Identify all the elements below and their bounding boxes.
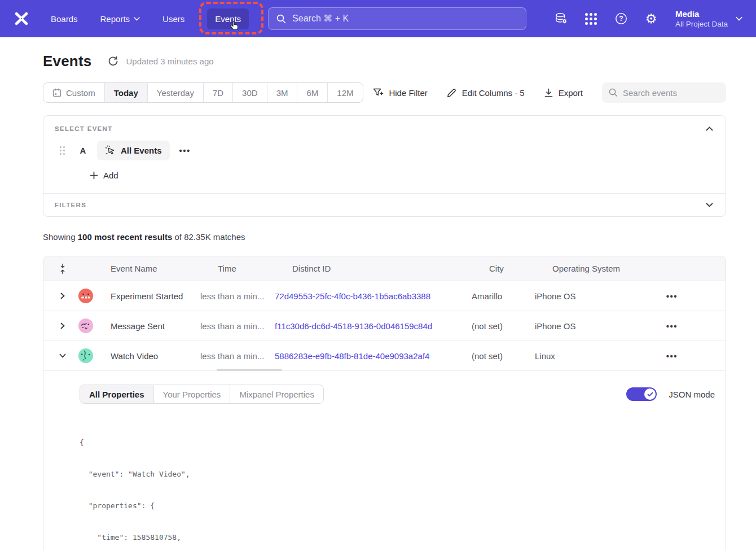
cell-distinct-id-link[interactable]: 5886283e-e9fb-48fb-81de-40e9093a2af4 <box>275 351 472 361</box>
sort-icon[interactable] <box>57 263 68 274</box>
search-icon <box>609 88 618 97</box>
filters-label: FILTERS <box>55 202 86 208</box>
funnel-plus-icon <box>373 88 384 98</box>
cell-os: iPhone OS <box>535 291 636 301</box>
project-selector[interactable]: Media All Project Data <box>675 8 742 29</box>
json-mode-label: JSON mode <box>669 390 715 399</box>
json-line: { <box>80 438 715 448</box>
cell-distinct-id-link[interactable]: f11c30d6-dc6d-4518-9136-0d046159c84d <box>275 321 472 331</box>
edit-columns-button[interactable]: Edit Columns · 5 <box>447 88 525 98</box>
date-option-today[interactable]: Today <box>104 83 147 102</box>
summary-suffix: of 82.35K matches <box>172 232 245 242</box>
properties-tabs: All Properties Your Properties Mixpanel … <box>80 385 324 404</box>
drag-handle-icon[interactable] <box>60 146 65 155</box>
tab-all-properties[interactable]: All Properties <box>80 385 153 403</box>
project-name: Media <box>675 8 728 19</box>
column-header-event-name[interactable]: Event Name <box>111 264 218 273</box>
search-icon <box>276 14 286 24</box>
cell-city: (not set) <box>472 351 535 361</box>
query-builder-card: SELECT EVENT A All Events <box>43 115 726 217</box>
export-button[interactable]: Export <box>544 88 583 98</box>
hide-filter-button[interactable]: Hide Filter <box>373 88 427 98</box>
top-navbar: Boards Reports Users Events <box>0 0 756 37</box>
collapse-section-button[interactable] <box>705 125 714 132</box>
step-letter: A <box>78 146 87 155</box>
cell-time: less than a min... <box>200 291 275 301</box>
chevron-right-icon[interactable] <box>57 322 68 329</box>
global-search <box>268 7 526 30</box>
table-row[interactable]: Experiment Started less than a min... 72… <box>43 281 726 311</box>
add-event-button[interactable]: Add <box>90 171 129 180</box>
nav-item-boards-label: Boards <box>51 14 78 24</box>
mixpanel-logo[interactable] <box>12 10 30 27</box>
date-option-30d[interactable]: 30D <box>232 83 267 102</box>
magic-cursor-icon <box>105 145 116 156</box>
date-option-yesterday[interactable]: Yesterday <box>147 83 203 102</box>
json-mode-toggle[interactable] <box>626 387 657 401</box>
date-option-12m[interactable]: 12M <box>327 83 362 102</box>
date-option-label: 6M <box>306 88 318 98</box>
json-line: "time": 1585810758, <box>80 532 715 543</box>
json-line: "event": "Watch Video", <box>80 469 715 480</box>
event-chip-label: All Events <box>121 146 162 155</box>
title-row: Events Updated 3 minutes ago <box>43 52 726 70</box>
summary-prefix: Showing <box>43 232 78 242</box>
table-row[interactable]: Message Sent less than a min... f11c30d6… <box>43 311 726 341</box>
chevron-right-icon[interactable] <box>57 293 68 299</box>
row-more-button[interactable]: ••• <box>666 291 678 301</box>
cell-os: Linux <box>535 351 636 361</box>
date-option-label: 3M <box>276 88 288 98</box>
row-more-button[interactable]: ••• <box>666 351 678 361</box>
apps-grid-icon[interactable] <box>584 12 598 25</box>
expand-filters-button[interactable] <box>705 202 714 208</box>
cell-event-name: Watch Video <box>111 351 200 361</box>
horizontal-scrollbar-thumb[interactable] <box>217 369 282 371</box>
column-header-time[interactable]: Time <box>218 264 292 273</box>
date-option-label: Custom <box>66 88 95 98</box>
table-row-expanded[interactable]: Watch Video less than a min... 5886283e-… <box>43 341 726 371</box>
chevron-down-icon[interactable] <box>57 353 68 358</box>
filters-section: FILTERS <box>43 194 726 216</box>
project-scope: All Project Data <box>675 19 728 29</box>
date-option-label: Today <box>114 88 138 98</box>
chevron-up-icon <box>706 126 713 131</box>
event-json-viewer: { "event": "Watch Video", "properties": … <box>80 417 715 550</box>
controls-row: Custom Today Yesterday 7D 30D 3M 6M 12M … <box>43 82 726 103</box>
json-mode-control: JSON mode <box>626 387 715 401</box>
table-header-row: Event Name Time Distinct ID City Operati… <box>43 256 726 281</box>
column-header-distinct-id[interactable]: Distinct ID <box>292 264 489 273</box>
row-more-button[interactable]: ••• <box>666 321 678 331</box>
search-events-input[interactable] <box>623 88 719 98</box>
nav-items: Boards Reports Users Events <box>51 8 249 29</box>
cell-distinct-id-link[interactable]: 72d49553-25fc-4f0c-b436-1b5ac6ab3388 <box>275 291 472 301</box>
event-avatar <box>78 348 93 363</box>
data-management-icon[interactable] <box>555 12 568 25</box>
settings-gear-icon[interactable]: ⚙ <box>644 12 658 25</box>
cell-event-name: Message Sent <box>111 321 200 331</box>
date-option-custom[interactable]: Custom <box>43 83 104 102</box>
tab-your-properties[interactable]: Your Properties <box>153 385 230 403</box>
refresh-icon[interactable] <box>108 55 119 67</box>
table-toolbar: Hide Filter Edit Columns · 5 Export <box>373 82 726 103</box>
tab-mixpanel-properties[interactable]: Mixpanel Properties <box>230 385 323 403</box>
date-option-6m[interactable]: 6M <box>297 83 327 102</box>
nav-item-users-label: Users <box>162 14 184 24</box>
event-avatar <box>78 289 93 303</box>
nav-item-boards[interactable]: Boards <box>51 14 78 24</box>
event-step-row: A All Events ••• <box>55 141 714 160</box>
nav-right-cluster: ? ⚙ Media All Project Data <box>555 8 742 29</box>
nav-item-users[interactable]: Users <box>162 14 184 24</box>
add-label: Add <box>103 171 118 180</box>
date-option-7d[interactable]: 7D <box>203 83 232 102</box>
global-search-input[interactable] <box>292 14 518 24</box>
nav-item-reports[interactable]: Reports <box>100 14 140 24</box>
column-header-os[interactable]: Operating System <box>552 264 654 273</box>
svg-text:?: ? <box>619 15 623 23</box>
date-option-label: 12M <box>337 88 353 98</box>
event-selector-chip[interactable]: All Events <box>97 141 170 160</box>
date-option-3m[interactable]: 3M <box>267 83 297 102</box>
event-more-button[interactable]: ••• <box>179 146 191 155</box>
column-header-city[interactable]: City <box>489 264 552 273</box>
help-icon[interactable]: ? <box>614 12 628 25</box>
check-icon <box>647 392 653 397</box>
